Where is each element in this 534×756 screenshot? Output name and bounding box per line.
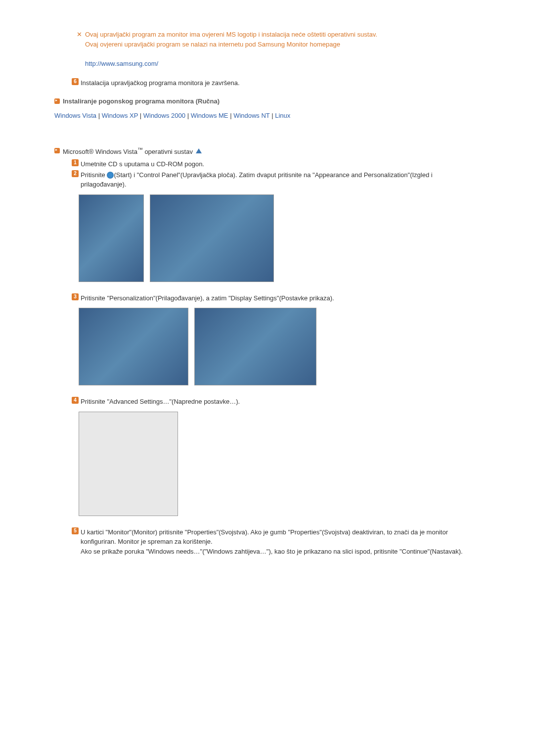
manual-install-heading: Instaliranje pogonskog programa monitora… <box>54 96 480 106</box>
control-panel-screenshot <box>150 194 274 282</box>
badge-5-icon: 5 <box>72 527 79 534</box>
badge-1-icon: 1 <box>72 159 79 166</box>
step-1: 1 Umetnite CD s uputama u CD-ROM pogon. <box>72 159 480 169</box>
badge-3-icon: 3 <box>72 293 79 300</box>
step-5: 5 U kartici "Monitor"(Monitor) pritisnit… <box>72 527 480 557</box>
x-icon: ✕ <box>77 30 82 40</box>
up-triangle-icon[interactable] <box>196 148 202 153</box>
screenshot-row-3 <box>77 408 480 527</box>
vista-title: Microsoft® Windows Vista™ operativni sus… <box>63 145 193 157</box>
display-settings-dialog-screenshot <box>79 412 178 516</box>
step-6-complete: 6 Instalacija upravljačkog programa moni… <box>72 78 480 88</box>
start-menu-screenshot <box>79 194 144 282</box>
step2-text: Pritisnite (Start) i "Control Panel"(Upr… <box>81 170 480 189</box>
driver-note: ✕ Ovaj upravljački program za monitor im… <box>77 30 480 68</box>
display-settings-list-screenshot <box>194 308 316 385</box>
personalization-screenshot <box>79 308 188 385</box>
samsung-url[interactable]: http://www.samsung.com/ <box>85 60 158 67</box>
heading-text: Instaliranje pogonskog programa monitora… <box>63 96 220 106</box>
step-4: 4 Pritisnite "Advanced Settings…"(Napred… <box>72 397 480 407</box>
link-xp[interactable]: Windows XP <box>102 112 138 119</box>
bullet-icon <box>54 148 60 153</box>
note-text-2: Ovaj ovjereni upravljački program se nal… <box>85 41 258 48</box>
bullet-icon <box>54 98 60 104</box>
vista-section-title: Microsoft® Windows Vista™ operativni sus… <box>54 145 480 157</box>
screenshot-row-1 <box>77 190 480 293</box>
step-3: 3 Pritisnite "Personalization"(Prilagođa… <box>72 293 480 303</box>
step3-text: Pritisnite "Personalization"(Prilagođava… <box>81 293 480 303</box>
step6-text: Instalacija upravljačkog programa monito… <box>81 78 480 88</box>
start-icon <box>107 172 114 179</box>
note-text-1: Ovaj upravljački program za monitor ima … <box>85 31 377 38</box>
link-linux[interactable]: Linux <box>275 112 290 119</box>
link-vista[interactable]: Windows Vista <box>54 112 96 119</box>
screenshot-row-2 <box>77 304 480 397</box>
step5-text: U kartici "Monitor"(Monitor) pritisnite … <box>81 527 480 557</box>
step4-text: Pritisnite "Advanced Settings…"(Napredne… <box>81 397 480 407</box>
step-2: 2 Pritisnite (Start) i "Control Panel"(U… <box>72 170 480 189</box>
badge-6-icon: 6 <box>72 78 79 85</box>
homepage-link[interactable]: Samsung Monitor homepage <box>258 41 340 48</box>
link-me[interactable]: Windows ME <box>191 112 228 119</box>
link-2000[interactable]: Windows 2000 <box>143 112 185 119</box>
link-nt[interactable]: Windows NT <box>233 112 269 119</box>
badge-2-icon: 2 <box>72 170 79 177</box>
step1-text: Umetnite CD s uputama u CD-ROM pogon. <box>81 159 480 169</box>
os-link-row: Windows Vista | Windows XP | Windows 200… <box>54 111 480 121</box>
badge-4-icon: 4 <box>72 397 79 404</box>
